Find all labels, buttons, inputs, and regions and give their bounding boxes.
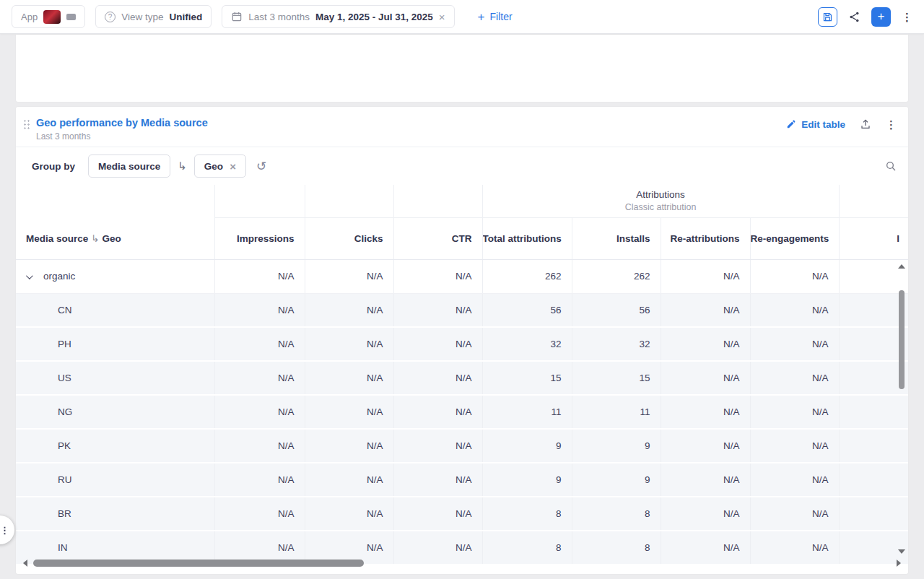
row-label-cell[interactable]: US	[16, 361, 214, 395]
kebab-icon: ⋮	[0, 525, 9, 536]
row-label: US	[58, 373, 71, 383]
metric-cell: N/A	[214, 497, 305, 531]
panel-kebab-menu[interactable]: ⋮	[886, 119, 897, 130]
column-header-re-attributions[interactable]: Re-attributions	[661, 217, 750, 259]
table-row: NGN/AN/AN/A1111N/AN/A	[16, 395, 908, 429]
view-type-value: Unified	[169, 12, 202, 22]
app-selector[interactable]: App	[12, 5, 85, 28]
row-label-cell[interactable]: PH	[16, 327, 214, 361]
column-header-truncated[interactable]: I	[839, 217, 908, 259]
panel-header: Geo performance by Media source Last 3 m…	[16, 107, 908, 147]
history-icon[interactable]: ↺	[256, 159, 266, 174]
metric-cell: N/A	[214, 429, 305, 463]
date-range-selector[interactable]: Last 3 months May 1, 2025 - Jul 31, 2025…	[222, 5, 454, 28]
metric-cell: 9	[572, 463, 661, 497]
date-range-value: May 1, 2025 - Jul 31, 2025	[315, 12, 433, 22]
vertical-scrollbar-thumb[interactable]	[899, 290, 905, 389]
column-header-installs[interactable]: Installs	[572, 217, 661, 259]
scroll-left-arrow[interactable]	[23, 560, 27, 567]
row-label-cell[interactable]: PK	[16, 429, 214, 463]
toolbar-kebab-menu[interactable]: ⋮	[902, 12, 912, 22]
metric-cell: N/A	[661, 463, 750, 497]
group-header-title: Attributions	[483, 189, 839, 200]
table-row: PKN/AN/AN/A99N/AN/A	[16, 429, 908, 463]
metric-cell: 56	[482, 293, 572, 327]
group-by-label: Group by	[32, 161, 75, 172]
column-header-row: Media source↳Geo Impressions Clicks CTR …	[16, 217, 908, 259]
group-by-chip-media-source[interactable]: Media source	[88, 154, 170, 178]
metric-cell: 9	[572, 429, 661, 463]
vertical-scrollbar[interactable]	[897, 260, 906, 558]
horizontal-scrollbar-thumb[interactable]	[33, 560, 364, 567]
group-header-row: Attributions Classic attribution	[16, 185, 908, 217]
metric-cell: 8	[482, 497, 572, 531]
geo-performance-panel: Geo performance by Media source Last 3 m…	[16, 107, 908, 574]
metric-cell: 11	[572, 395, 661, 429]
group-header-spacer	[393, 185, 482, 217]
share-button[interactable]	[848, 11, 860, 23]
metric-cell: N/A	[393, 293, 482, 327]
column-header-total-attributions[interactable]: Total attributions	[482, 217, 572, 259]
save-dashboard-button[interactable]	[818, 7, 837, 27]
scroll-down-arrow[interactable]	[898, 549, 905, 554]
metric-cell: N/A	[214, 327, 305, 361]
horizontal-scrollbar[interactable]	[22, 559, 902, 567]
metric-cell: N/A	[661, 259, 750, 293]
metric-cell: N/A	[305, 463, 393, 497]
metric-cell: 15	[482, 361, 572, 395]
metric-cell: 32	[572, 327, 661, 361]
scroll-right-arrow[interactable]	[897, 560, 901, 567]
plus-icon: +	[478, 11, 485, 23]
add-filter-button[interactable]: + Filter	[478, 11, 513, 23]
date-preset-label: Last 3 months	[248, 12, 310, 22]
metric-cell: N/A	[661, 327, 750, 361]
metric-cell: 32	[482, 327, 572, 361]
row-label-cell[interactable]: CN	[16, 293, 214, 327]
drag-handle-icon[interactable]	[23, 119, 30, 129]
column-header-re-engagements[interactable]: Re-engagements	[750, 217, 839, 259]
column-header-ctr[interactable]: CTR	[393, 217, 482, 259]
metric-cell: 15	[572, 361, 661, 395]
metric-cell: N/A	[214, 361, 305, 395]
column-header-clicks[interactable]: Clicks	[305, 217, 393, 259]
remove-chip-icon[interactable]: ×	[230, 161, 236, 172]
platform-icon	[66, 14, 76, 20]
row-label-cell[interactable]: NG	[16, 395, 214, 429]
table-search-button[interactable]	[885, 160, 897, 172]
group-header-spacer	[214, 185, 305, 217]
plus-icon: +	[878, 9, 885, 24]
metric-cell: 9	[482, 429, 572, 463]
row-label-cell[interactable]: BR	[16, 497, 214, 531]
add-widget-button[interactable]: +	[871, 7, 891, 27]
metric-cell: N/A	[750, 463, 839, 497]
column-header-dimension[interactable]: Media source↳Geo	[16, 217, 214, 259]
metric-cell: N/A	[305, 429, 393, 463]
view-type-selector[interactable]: ? View type Unified	[95, 5, 212, 28]
metric-cell: 262	[482, 259, 572, 293]
panel-title[interactable]: Geo performance by Media source	[36, 117, 208, 129]
metric-cell: N/A	[305, 327, 393, 361]
expand-chevron-icon[interactable]	[26, 272, 33, 279]
upper-widget-remnant	[16, 35, 908, 102]
page-content: Geo performance by Media source Last 3 m…	[0, 35, 924, 574]
column-header-impressions[interactable]: Impressions	[214, 217, 305, 259]
scroll-up-arrow[interactable]	[898, 264, 905, 269]
metric-cell: N/A	[750, 395, 839, 429]
metric-cell: 11	[482, 395, 572, 429]
metric-cell: N/A	[214, 293, 305, 327]
table-body: organicN/AN/AN/A262262N/AN/ACNN/AN/AN/A5…	[16, 259, 908, 565]
row-label-cell[interactable]: organic	[16, 259, 214, 293]
export-button[interactable]	[860, 118, 871, 130]
metric-cell: N/A	[214, 463, 305, 497]
group-header-spacer	[839, 185, 908, 217]
row-label-cell[interactable]: RU	[16, 463, 214, 497]
group-by-chip-geo[interactable]: Geo ×	[194, 154, 246, 178]
metric-cell: N/A	[393, 327, 482, 361]
clear-date-icon[interactable]: ×	[439, 12, 445, 22]
metric-cell: N/A	[305, 395, 393, 429]
table-row: PHN/AN/AN/A3232N/AN/A	[16, 327, 908, 361]
row-label: BR	[58, 508, 71, 519]
metric-cell: N/A	[305, 293, 393, 327]
metric-cell: N/A	[750, 497, 839, 531]
edit-table-button[interactable]: Edit table	[786, 119, 845, 130]
